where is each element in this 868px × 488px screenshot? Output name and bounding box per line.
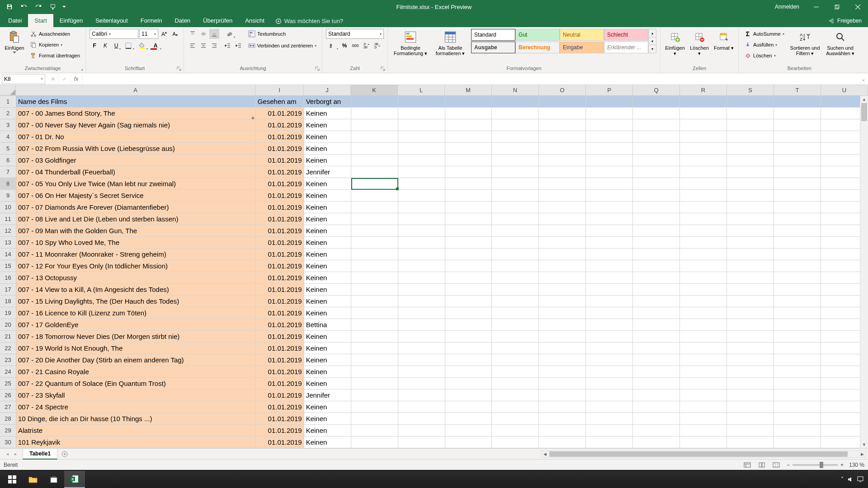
cell[interactable] — [633, 319, 680, 331]
taskbar-store-icon[interactable] — [43, 471, 64, 488]
cell[interactable] — [586, 319, 633, 331]
touch-mode-icon[interactable] — [46, 0, 60, 13]
cell[interactable] — [539, 237, 586, 249]
cell[interactable] — [539, 190, 586, 202]
cell[interactable]: 007 - 03 Goldfinger — [16, 155, 256, 166]
cell[interactable] — [539, 389, 586, 401]
cell[interactable] — [774, 307, 821, 319]
clear-button[interactable]: Löschen ▾ — [742, 51, 786, 61]
cell[interactable] — [633, 190, 680, 202]
column-header[interactable]: P — [586, 85, 633, 95]
cell[interactable]: Keinen — [304, 225, 351, 237]
cell[interactable] — [492, 284, 539, 296]
cell[interactable] — [586, 307, 633, 319]
cell[interactable] — [351, 143, 398, 155]
cell[interactable] — [680, 366, 727, 378]
cell[interactable]: 007 - 09 Man with the Golden Gun, The — [16, 225, 256, 237]
cell[interactable] — [398, 354, 445, 366]
copy-button[interactable]: Kopieren ▾ — [28, 40, 82, 50]
cell[interactable] — [351, 166, 398, 178]
cell[interactable] — [539, 202, 586, 213]
cell[interactable] — [539, 178, 586, 190]
column-header[interactable]: I — [255, 85, 304, 95]
cell[interactable] — [398, 143, 445, 155]
row-header[interactable]: 9 — [0, 190, 16, 202]
cell[interactable] — [680, 307, 727, 319]
cell[interactable] — [680, 225, 727, 237]
cell[interactable]: Jennifer — [304, 389, 351, 401]
cell[interactable] — [774, 378, 821, 389]
cell[interactable]: 01.01.2019 — [256, 296, 304, 307]
row-header[interactable]: 28 — [0, 413, 16, 425]
cell[interactable] — [398, 202, 445, 213]
cell[interactable] — [680, 108, 727, 119]
cell[interactable]: Alatriste — [16, 425, 256, 436]
cell[interactable] — [680, 425, 727, 436]
cell[interactable] — [633, 389, 680, 401]
cell[interactable] — [586, 272, 633, 284]
cell[interactable] — [398, 425, 445, 436]
cell[interactable] — [633, 436, 680, 448]
column-header[interactable]: M — [445, 85, 492, 95]
cell-style-erklaerender[interactable]: Erklärender ... — [604, 42, 648, 53]
wrap-text-button[interactable]: abcTextumbruch — [246, 29, 318, 39]
cell[interactable] — [351, 413, 398, 425]
row-header[interactable]: 15 — [0, 260, 16, 272]
cell[interactable] — [774, 296, 821, 307]
cell[interactable]: 01.01.2019 — [256, 178, 304, 190]
cell[interactable] — [398, 319, 445, 331]
taskbar-excel-icon[interactable]: X — [64, 471, 85, 488]
cell[interactable] — [680, 260, 727, 272]
page-break-view-icon[interactable] — [769, 460, 783, 469]
cell[interactable] — [586, 249, 633, 260]
column-header[interactable]: U — [821, 85, 868, 95]
cell[interactable] — [351, 331, 398, 343]
cell[interactable] — [351, 378, 398, 389]
cell[interactable] — [398, 401, 445, 413]
cell[interactable]: 01.01.2019 — [256, 131, 304, 143]
tray-network-icon[interactable] — [857, 476, 863, 483]
cell[interactable] — [539, 213, 586, 225]
row-header[interactable]: 16 — [0, 272, 16, 284]
cell[interactable] — [774, 131, 821, 143]
cell[interactable] — [398, 166, 445, 178]
cell[interactable] — [351, 436, 398, 448]
sheet-nav-next-icon[interactable]: ▸ — [12, 451, 19, 456]
cell[interactable] — [539, 319, 586, 331]
add-sheet-button[interactable] — [60, 450, 69, 459]
cell[interactable] — [398, 436, 445, 448]
cell[interactable] — [633, 272, 680, 284]
number-format-combo[interactable]: Standard▾ — [326, 29, 384, 39]
fill-color-icon[interactable]: ▾ — [136, 41, 148, 51]
cell[interactable] — [727, 425, 774, 436]
cell[interactable] — [774, 213, 821, 225]
cell[interactable] — [586, 413, 633, 425]
autosum-button[interactable]: ΣAutoSumme ▾ — [742, 29, 786, 39]
cell[interactable] — [398, 213, 445, 225]
undo-icon[interactable] — [17, 0, 31, 13]
column-header[interactable]: J — [304, 85, 351, 95]
cell[interactable]: 01.01.2019 — [256, 237, 304, 249]
cell[interactable] — [398, 413, 445, 425]
cell[interactable] — [727, 119, 774, 131]
qat-customize-icon[interactable] — [61, 0, 68, 13]
cell[interactable]: 01.01.2019 — [256, 413, 304, 425]
cell[interactable]: Keinen — [304, 178, 351, 190]
cell[interactable] — [680, 213, 727, 225]
cell[interactable]: 01.01.2019 — [256, 319, 304, 331]
cell[interactable] — [774, 190, 821, 202]
cell[interactable] — [633, 284, 680, 296]
align-top-icon[interactable] — [188, 29, 198, 39]
cell[interactable]: 01.01.2019 — [256, 272, 304, 284]
cell[interactable] — [445, 354, 492, 366]
cell[interactable] — [539, 413, 586, 425]
cell[interactable] — [680, 296, 727, 307]
cell[interactable]: Keinen — [304, 249, 351, 260]
cell[interactable] — [398, 366, 445, 378]
cell[interactable]: Keinen — [304, 343, 351, 354]
cell[interactable] — [727, 225, 774, 237]
cell[interactable] — [539, 166, 586, 178]
decrease-decimal-icon[interactable]: ,00,0 — [372, 41, 382, 51]
cell[interactable] — [727, 166, 774, 178]
cell[interactable] — [398, 260, 445, 272]
